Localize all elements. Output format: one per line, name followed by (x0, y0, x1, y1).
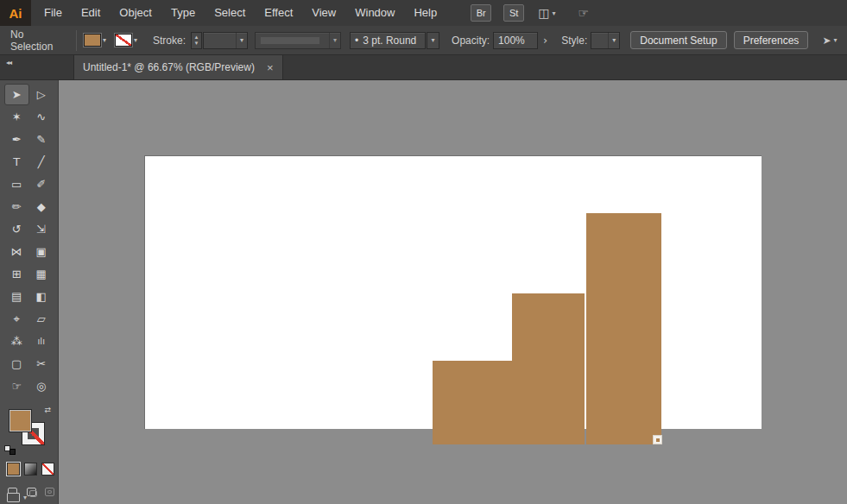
slice-tool-icon: ✂ (36, 357, 46, 370)
stroke-color-control[interactable]: ▾ (115, 34, 137, 47)
stock-button[interactable]: St (503, 4, 524, 22)
screen-mode-icon (7, 493, 20, 502)
document-setup-button[interactable]: Document Setup (630, 31, 726, 49)
default-stroke-square (9, 449, 16, 455)
brush-definition-dropdown[interactable]: • 3 pt. Round (350, 32, 426, 49)
stroke-label[interactable]: Stroke: (153, 35, 186, 47)
paintbrush-tool[interactable]: ✐ (29, 173, 54, 195)
menu-type[interactable]: Type (161, 0, 205, 26)
panel-collapse-control[interactable]: ◂◂ (0, 55, 59, 79)
mesh-tool-icon: ▤ (11, 290, 22, 303)
style-dropdown[interactable]: ▾ (591, 32, 620, 49)
hand-tool[interactable]: ☞ (4, 375, 29, 397)
menu-bar: Ai FileEditObjectTypeSelectEffectViewWin… (0, 0, 847, 26)
style-label: Style: (561, 35, 587, 47)
arrange-documents-control[interactable]: ◫ ▾ (538, 6, 555, 20)
column-graph-tool-icon: ılı (38, 337, 45, 346)
menu-object[interactable]: Object (110, 0, 161, 26)
width-profile-dropdown[interactable]: ▾ (255, 32, 341, 49)
preferences-button[interactable]: Preferences (734, 31, 809, 49)
pen-tool[interactable]: ✒ (4, 129, 29, 150)
menu-edit[interactable]: Edit (72, 0, 110, 26)
opacity-label[interactable]: Opacity: (452, 35, 490, 47)
color-button[interactable] (7, 463, 20, 476)
rotate-tool-icon: ↺ (12, 223, 22, 236)
gradient-tool[interactable]: ◧ (29, 286, 54, 307)
corner-widget[interactable] (653, 435, 662, 444)
document-setup-label: Document Setup (640, 35, 717, 47)
zoom-tool[interactable]: ◎ (29, 375, 54, 397)
menu-select[interactable]: Select (205, 0, 255, 26)
curvature-tool-icon: ✎ (36, 133, 46, 146)
type-tool[interactable]: T (4, 151, 29, 173)
menu-file[interactable]: File (35, 0, 72, 26)
direct-selection-tool[interactable]: ▷ (29, 84, 54, 105)
line-segment-tool-icon: ╱ (38, 155, 45, 168)
width-tool-icon: ⋈ (11, 245, 22, 258)
stepper-up-icon[interactable]: ▲ (194, 35, 199, 41)
document-tab[interactable]: Untitled-1* @ 66.67% (RGB/Preview) × (73, 55, 283, 79)
stroke-color-swatch[interactable] (115, 34, 132, 47)
opacity-value: 100% (498, 35, 525, 47)
screen-mode-control[interactable]: ▾ (7, 493, 27, 502)
fill-color-control[interactable]: ▾ (84, 34, 106, 47)
free-transform-tool[interactable]: ▣ (29, 241, 54, 262)
lasso-tool[interactable]: ∿ (29, 106, 54, 128)
column-graph-tool[interactable]: ılı (29, 331, 54, 352)
curvature-tool[interactable]: ✎ (29, 129, 54, 150)
symbol-sprayer-tool[interactable]: ⁂ (4, 331, 29, 352)
width-tool[interactable]: ⋈ (4, 241, 29, 262)
rotate-tool[interactable]: ↺ (4, 218, 29, 240)
blend-tool[interactable]: ▱ (29, 308, 54, 330)
eraser-tool[interactable]: ◆ (29, 196, 54, 217)
blend-tool-icon: ▱ (37, 312, 46, 325)
gradient-button[interactable] (24, 463, 37, 476)
rectangle-tool[interactable]: ▭ (4, 173, 29, 195)
tools-grid: ➤▷✶∿✒✎T╱▭✐✏◆↺⇲⋈▣⊞▦▤◧⌖▱⁂ılı▢✂☞◎ (0, 80, 58, 397)
perspective-grid-tool[interactable]: ▦ (29, 263, 54, 285)
direct-selection-tool-icon: ▷ (37, 88, 46, 101)
swap-fill-stroke-icon[interactable]: ⇄ (44, 406, 51, 414)
default-fill-stroke-icon[interactable] (4, 445, 16, 455)
eraser-tool-icon: ◆ (37, 200, 46, 213)
artboard-tool[interactable]: ▢ (4, 353, 29, 375)
line-segment-tool[interactable]: ╱ (29, 151, 54, 173)
symbol-sprayer-tool-icon: ⁂ (11, 335, 22, 348)
none-button[interactable] (41, 463, 54, 476)
stroke-width-dropdown[interactable]: ▾ (203, 32, 248, 49)
opacity-field[interactable]: 100% (493, 32, 538, 49)
scale-tool[interactable]: ⇲ (29, 218, 54, 240)
stepper-down-icon[interactable]: ▼ (194, 41, 199, 47)
artboard-tool-icon: ▢ (11, 357, 22, 370)
menu-effect[interactable]: Effect (255, 0, 302, 26)
mesh-tool[interactable]: ▤ (4, 286, 29, 307)
touch-workspace-control[interactable]: ☞ (578, 6, 589, 20)
stroke-width-stepper[interactable]: ▲ ▼ (191, 32, 202, 49)
shape-builder-tool[interactable]: ⊞ (4, 263, 29, 285)
draw-behind-back-icon (29, 490, 37, 497)
artwork-rect-1[interactable] (586, 213, 661, 444)
draw-inside-button[interactable] (42, 486, 58, 499)
tools-panel: ➤▷✶∿✒✎T╱▭✐✏◆↺⇲⋈▣⊞▦▤◧⌖▱⁂ılı▢✂☞◎ ⇄ ▾ (0, 80, 59, 504)
pencil-tool[interactable]: ✏ (4, 196, 29, 217)
fill-color-swatch[interactable] (84, 34, 101, 47)
opacity-panel-launcher-icon[interactable]: › (540, 34, 550, 47)
menu-window[interactable]: Window (345, 0, 404, 26)
slice-tool[interactable]: ✂ (29, 353, 54, 375)
artwork-rect-3[interactable] (433, 361, 512, 444)
select-similar-control[interactable]: ➤ ▾ (822, 35, 837, 47)
brush-dropdown-button[interactable]: ▾ (427, 32, 439, 49)
brush-value: 3 pt. Round (363, 35, 416, 47)
select-similar-icon: ➤ (822, 35, 831, 47)
magic-wand-tool[interactable]: ✶ (4, 106, 29, 128)
menu-view[interactable]: View (302, 0, 345, 26)
eyedropper-tool[interactable]: ⌖ (4, 308, 29, 330)
selection-tool[interactable]: ➤ (4, 84, 29, 105)
fill-indicator[interactable] (9, 409, 32, 432)
close-tab-icon[interactable]: × (267, 61, 274, 74)
bridge-button[interactable]: Br (471, 4, 491, 22)
color-mode-row (7, 463, 58, 476)
document-tab-title: Untitled-1* @ 66.67% (RGB/Preview) (83, 61, 255, 73)
artwork-rect-2[interactable] (512, 293, 585, 444)
menu-help[interactable]: Help (404, 0, 446, 26)
